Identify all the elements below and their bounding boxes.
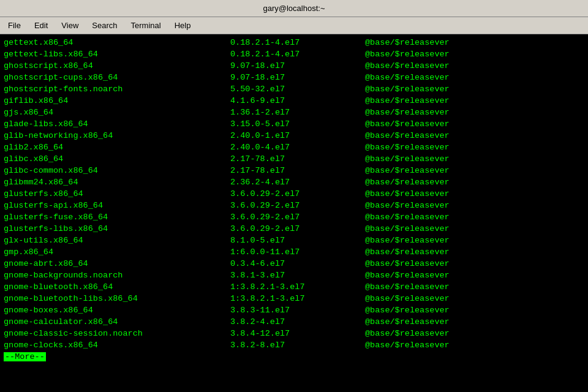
package-repo: @base/$releasever	[365, 72, 584, 83]
package-repo: @base/$releasever	[365, 304, 584, 316]
table-row: glade-libs.x86_643.15.0-5.el7@base/$rele…	[4, 118, 584, 130]
package-name: glade-libs.x86_64	[4, 118, 230, 130]
package-version: 3.8.4-12.el7	[230, 328, 365, 339]
package-repo: @base/$releasever	[365, 60, 584, 72]
package-repo: @base/$releasever	[365, 270, 584, 281]
more-indicator-line: --More--	[4, 351, 584, 362]
table-row: gnome-bluetooth.x86_641:3.8.2.1-3.el7@ba…	[4, 281, 584, 293]
package-version: 9.07-18.el7	[230, 60, 365, 72]
package-name: ghostscript-fonts.noarch	[4, 83, 230, 95]
package-version: 1.36.1-2.el7	[230, 107, 365, 118]
package-name: gettext-libs.x86_64	[4, 48, 230, 60]
package-repo: @base/$releasever	[365, 118, 584, 130]
package-name: gnome-clocks.x86_64	[4, 339, 230, 351]
table-row: glusterfs.x86_643.6.0.29-2.el7@base/$rel…	[4, 188, 584, 200]
package-repo: @base/$releasever	[365, 246, 584, 258]
package-repo: @base/$releasever	[365, 176, 584, 188]
terminal-body[interactable]: gettext.x86_640.18.2.1-4.el7@base/$relea…	[0, 34, 588, 392]
package-version: 3.8.3-11.el7	[230, 304, 365, 316]
package-name: gnome-classic-session.noarch	[4, 328, 230, 339]
package-version: 0.18.2.1-4.el7	[230, 48, 365, 60]
package-version: 9.07-18.el7	[230, 72, 365, 83]
window-title: gary@localhost:~	[263, 4, 325, 13]
table-row: glib2.x86_642.40.0-4.el7@base/$releaseve…	[4, 141, 584, 153]
package-name: gnome-calculator.x86_64	[4, 316, 230, 328]
package-name: glibc-common.x86_64	[4, 165, 230, 176]
menu-item-view[interactable]: View	[56, 19, 84, 32]
package-name: gjs.x86_64	[4, 107, 230, 118]
package-repo: @base/$releasever	[365, 258, 584, 270]
package-name: gnome-bluetooth-libs.x86_64	[4, 293, 230, 304]
package-name: gnome-boxes.x86_64	[4, 304, 230, 316]
package-version: 3.6.0.29-2.el7	[230, 223, 365, 235]
table-row: gnome-clocks.x86_643.8.2-8.el7@base/$rel…	[4, 339, 584, 351]
table-row: gjs.x86_641.36.1-2.el7@base/$releasever	[4, 107, 584, 118]
package-version: 8.1.0-5.el7	[230, 235, 365, 246]
table-row: gettext-libs.x86_640.18.2.1-4.el7@base/$…	[4, 48, 584, 60]
table-row: glx-utils.x86_648.1.0-5.el7@base/$releas…	[4, 235, 584, 246]
package-repo: @base/$releasever	[365, 200, 584, 211]
table-row: giflib.x86_644.1.6-9.el7@base/$releaseve…	[4, 95, 584, 107]
table-row: gnome-backgrounds.noarch3.8.1-3.el7@base…	[4, 270, 584, 281]
package-name: giflib.x86_64	[4, 95, 230, 107]
package-repo: @base/$releasever	[365, 95, 584, 107]
package-version: 1:6.0.0-11.el7	[230, 246, 365, 258]
package-name: ghostscript-cups.x86_64	[4, 72, 230, 83]
package-version: 0.18.2.1-4.el7	[230, 37, 365, 48]
table-row: ghostscript.x86_649.07-18.el7@base/$rele…	[4, 60, 584, 72]
package-repo: @base/$releasever	[365, 83, 584, 95]
menu-item-file[interactable]: File	[2, 19, 26, 32]
table-row: ghostscript-fonts.noarch5.50-32.el7@base…	[4, 83, 584, 95]
package-version: 2.40.0-1.el7	[230, 130, 365, 141]
package-repo: @base/$releasever	[365, 153, 584, 165]
package-repo: @base/$releasever	[365, 107, 584, 118]
package-version: 3.6.0.29-2.el7	[230, 200, 365, 211]
package-version: 3.8.2-8.el7	[230, 339, 365, 351]
package-repo: @base/$releasever	[365, 328, 584, 339]
package-name: gettext.x86_64	[4, 37, 230, 48]
table-row: glusterfs-libs.x86_643.6.0.29-2.el7@base…	[4, 223, 584, 235]
table-row: ghostscript-cups.x86_649.07-18.el7@base/…	[4, 72, 584, 83]
package-version: 2.17-78.el7	[230, 165, 365, 176]
more-indicator[interactable]: --More--	[4, 352, 46, 361]
package-version: 0.3.4-6.el7	[230, 258, 365, 270]
package-version: 3.8.2-4.el7	[230, 316, 365, 328]
table-row: glusterfs-api.x86_643.6.0.29-2.el7@base/…	[4, 200, 584, 211]
table-row: gnome-bluetooth-libs.x86_641:3.8.2.1-3.e…	[4, 293, 584, 304]
table-row: gmp.x86_641:6.0.0-11.el7@base/$releaseve…	[4, 246, 584, 258]
package-version: 3.6.0.29-2.el7	[230, 188, 365, 200]
menu-item-terminal[interactable]: Terminal	[126, 19, 167, 32]
package-version: 1:3.8.2.1-3.el7	[230, 281, 365, 293]
package-repo: @base/$releasever	[365, 316, 584, 328]
title-bar: gary@localhost:~	[0, 0, 588, 17]
package-name: glibc.x86_64	[4, 153, 230, 165]
package-version: 3.6.0.29-2.el7	[230, 211, 365, 223]
table-row: gnome-boxes.x86_643.8.3-11.el7@base/$rel…	[4, 304, 584, 316]
package-name: gmp.x86_64	[4, 246, 230, 258]
menu-item-help[interactable]: Help	[169, 19, 197, 32]
package-name: glusterfs.x86_64	[4, 188, 230, 200]
table-row: glibc.x86_642.17-78.el7@base/$releasever	[4, 153, 584, 165]
package-repo: @base/$releasever	[365, 281, 584, 293]
package-version: 1:3.8.2.1-3.el7	[230, 293, 365, 304]
package-version: 4.1.6-9.el7	[230, 95, 365, 107]
package-name: ghostscript.x86_64	[4, 60, 230, 72]
package-repo: @base/$releasever	[365, 235, 584, 246]
package-repo: @base/$releasever	[365, 130, 584, 141]
package-repo: @base/$releasever	[365, 223, 584, 235]
package-repo: @base/$releasever	[365, 293, 584, 304]
package-name: gnome-bluetooth.x86_64	[4, 281, 230, 293]
package-name: glib2.x86_64	[4, 141, 230, 153]
package-version: 5.50-32.el7	[230, 83, 365, 95]
menu-item-edit[interactable]: Edit	[29, 19, 53, 32]
package-name: glusterfs-fuse.x86_64	[4, 211, 230, 223]
package-version: 3.15.0-5.el7	[230, 118, 365, 130]
table-row: glusterfs-fuse.x86_643.6.0.29-2.el7@base…	[4, 211, 584, 223]
table-row: gnome-calculator.x86_643.8.2-4.el7@base/…	[4, 316, 584, 328]
menu-item-search[interactable]: Search	[86, 19, 123, 32]
package-repo: @base/$releasever	[365, 211, 584, 223]
package-repo: @base/$releasever	[365, 48, 584, 60]
table-row: gnome-abrt.x86_640.3.4-6.el7@base/$relea…	[4, 258, 584, 270]
package-name: glusterfs-libs.x86_64	[4, 223, 230, 235]
package-repo: @base/$releasever	[365, 37, 584, 48]
